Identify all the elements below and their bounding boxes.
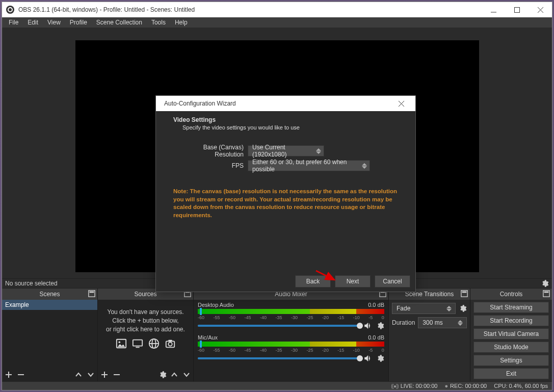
scene-transitions-panel: Scene Transitions Fade Duration 300 ms	[389, 289, 470, 381]
source-move-down-button[interactable]	[182, 370, 191, 379]
track-db: 0.0 dB	[368, 334, 384, 341]
track-name: Desktop Audio	[198, 302, 234, 308]
duration-label: Duration	[392, 319, 415, 326]
statusbar: LIVE: 00:00:00 REC: 00:00:00 CPU: 0.4%, …	[2, 381, 552, 390]
window-close-button[interactable]	[529, 2, 552, 17]
obs-logo-icon	[6, 6, 14, 14]
resolution-select[interactable]: Use Current (1920x1080)	[248, 145, 324, 156]
transition-type-select[interactable]: Fade	[392, 303, 456, 314]
control-button-studio-mode[interactable]: Studio Mode	[473, 342, 549, 353]
fps-select[interactable]: Either 60 or 30, but prefer 60 when poss…	[248, 160, 370, 171]
volume-slider[interactable]	[198, 357, 360, 359]
audio-meter	[198, 342, 384, 347]
svg-rect-11	[133, 339, 142, 346]
control-button-settings[interactable]: Settings	[473, 355, 549, 366]
menu-edit[interactable]: Edit	[23, 17, 43, 28]
window-maximize-button[interactable]	[505, 2, 529, 17]
svg-rect-12	[136, 347, 139, 348]
control-button-exit[interactable]: Exit	[473, 368, 549, 379]
scene-add-button[interactable]	[4, 370, 13, 379]
audio-meter	[198, 309, 384, 314]
transition-duration-input[interactable]: 300 ms	[418, 317, 467, 328]
dialog-subheading: Specify the video settings you would lik…	[182, 124, 408, 130]
status-rec: REC: 00:00:00	[444, 383, 487, 389]
window-title: OBS 26.1.1 (64-bit, windows) - Profile: …	[18, 6, 195, 13]
fps-label: FPS	[173, 162, 244, 169]
status-cpu: CPU: 0.4%, 60.00 fps	[494, 383, 548, 389]
dialog-heading: Video Settings	[173, 116, 408, 123]
mixer-track: Desktop Audio0.0 dB -60-55-50-45-40-35-3…	[194, 300, 388, 332]
mixer-track: Mic/Aux0.0 dB -60-55-50-45-40-35-30-25-2…	[194, 332, 388, 365]
menu-tools[interactable]: Tools	[147, 17, 170, 28]
image-source-icon	[115, 338, 127, 349]
back-button[interactable]: Back	[295, 275, 331, 288]
sources-empty-msg: You don't have any sources. Click the + …	[98, 300, 193, 357]
source-add-button[interactable]	[100, 370, 109, 379]
volume-slider[interactable]	[198, 325, 360, 327]
status-live: LIVE: 00:00:00	[391, 383, 437, 389]
scene-move-up-button[interactable]	[74, 370, 83, 379]
svg-rect-3	[514, 7, 519, 12]
display-source-icon	[131, 338, 144, 349]
track-db: 0.0 dB	[368, 302, 384, 308]
browser-source-icon	[148, 338, 160, 349]
track-name: Mic/Aux	[198, 334, 218, 341]
auto-config-wizard-dialog: Auto-Configuration Wizard Video Settings…	[155, 95, 416, 292]
window-minimize-button[interactable]	[482, 2, 505, 17]
speaker-icon[interactable]	[363, 321, 373, 330]
resolution-label: Base (Canvas) Resolution	[173, 144, 244, 158]
menu-view[interactable]: View	[43, 17, 65, 28]
control-button-start-virtual-camera[interactable]: Start Virtual Camera	[473, 328, 549, 339]
scenes-panel: Scenes Example	[2, 289, 98, 381]
menu-help[interactable]: Help	[170, 17, 192, 28]
svg-point-17	[168, 342, 172, 346]
next-button[interactable]: Next	[335, 275, 371, 288]
controls-panel: Controls Start StreamingStart RecordingS…	[470, 289, 552, 381]
source-settings-icon[interactable]	[159, 371, 167, 379]
source-remove-button[interactable]	[112, 370, 121, 379]
menu-scene-collection[interactable]: Scene Collection	[92, 17, 147, 28]
transition-settings-icon[interactable]	[459, 304, 467, 312]
svg-point-10	[118, 341, 120, 343]
dialog-note: Note: The canvas (base) resolution is no…	[173, 188, 408, 219]
scene-item[interactable]: Example	[2, 300, 97, 310]
camera-source-icon	[164, 338, 176, 349]
svg-rect-18	[168, 339, 172, 342]
source-properties-icon[interactable]	[541, 279, 549, 288]
meter-scale: -60-55-50-45-40-35-30-25-20-15-10-50	[198, 315, 384, 320]
audio-mixer-panel: Audio Mixer Desktop Audio0.0 dB -60-55-5…	[194, 289, 389, 381]
titlebar: OBS 26.1.1 (64-bit, windows) - Profile: …	[2, 2, 552, 17]
dialog-title-text: Auto-Configuration Wizard	[164, 100, 236, 107]
speaker-icon[interactable]	[363, 354, 373, 363]
track-settings-icon[interactable]	[376, 354, 384, 362]
dock-icon[interactable]	[88, 290, 95, 297]
source-toolbar-text: No source selected	[5, 280, 58, 287]
track-settings-icon[interactable]	[376, 322, 384, 330]
menubar: File Edit View Profile Scene Collection …	[2, 17, 552, 28]
menu-profile[interactable]: Profile	[65, 17, 92, 28]
scene-move-down-button[interactable]	[86, 370, 95, 379]
dock-icon[interactable]	[543, 290, 550, 297]
meter-scale: -60-55-50-45-40-35-30-25-20-15-10-50	[198, 348, 384, 353]
scenes-header: Scenes	[2, 289, 97, 300]
dialog-close-button[interactable]	[391, 96, 411, 111]
menu-file[interactable]: File	[4, 17, 23, 28]
source-move-up-button[interactable]	[170, 370, 179, 379]
controls-header: Controls	[470, 289, 552, 300]
control-button-start-streaming[interactable]: Start Streaming	[473, 302, 549, 313]
dock-icon[interactable]	[461, 290, 468, 297]
sources-panel: Sources You don't have any sources. Clic…	[98, 289, 194, 381]
control-button-start-recording[interactable]: Start Recording	[473, 315, 549, 326]
cancel-button[interactable]: Cancel	[375, 275, 410, 288]
scene-remove-button[interactable]	[16, 370, 25, 379]
dialog-titlebar: Auto-Configuration Wizard	[156, 96, 415, 111]
